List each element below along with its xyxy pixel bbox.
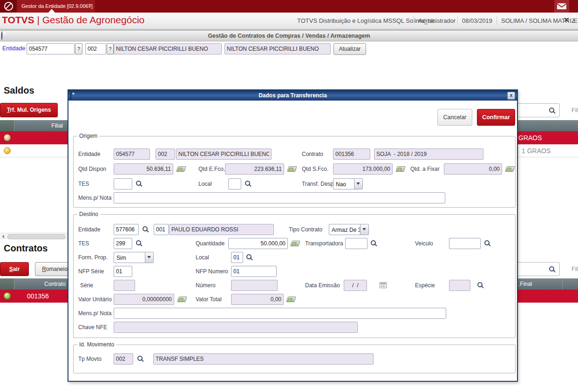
quantidade-input[interactable] xyxy=(228,238,288,249)
qtd-fixar-field xyxy=(444,163,502,175)
quantidade-label: Quantidade xyxy=(196,238,224,249)
origem-mens-input[interactable] xyxy=(114,192,445,203)
form-prop-select[interactable]: Sim xyxy=(114,252,154,263)
nfp-serie-input[interactable] xyxy=(114,266,132,277)
valor-total-label: Valor Total xyxy=(196,294,222,305)
entity-help-button[interactable]: ? xyxy=(75,43,82,54)
entidade-lookup-icon[interactable] xyxy=(143,226,148,231)
tp-movto-field[interactable] xyxy=(114,353,133,365)
origem-local-input[interactable] xyxy=(228,178,241,189)
contratos-search-icon[interactable] xyxy=(549,266,554,271)
origem-entidade-label: Entidade xyxy=(78,149,100,160)
destino-mens-input[interactable] xyxy=(114,308,446,319)
saldos-horizontal-scrollbar[interactable] xyxy=(0,233,68,239)
calculator-icon[interactable] xyxy=(286,297,296,302)
origem-local-label: Local xyxy=(198,178,212,189)
calendar-icon[interactable] xyxy=(380,282,387,288)
transportadora-label: Transportadora xyxy=(305,238,343,249)
origem-contrato-desc xyxy=(374,149,483,160)
movimento-legend: Id. Movimento xyxy=(77,341,116,348)
scroll-left-icon[interactable] xyxy=(2,235,4,238)
origem-entidade-nome xyxy=(176,149,272,160)
dialog-close-button[interactable]: x xyxy=(507,92,515,100)
contratos-header-contrato[interactable]: Contrato xyxy=(16,281,66,287)
nfp-numero-label: NFP Numero xyxy=(196,266,228,277)
mail-button[interactable] xyxy=(554,0,569,13)
contratos-header-final-fragment[interactable]: .Final xyxy=(518,281,532,287)
transf-despesa-value: Nao xyxy=(336,179,346,189)
brand-totvs: TOTVS xyxy=(2,14,34,25)
contratos-filter-fragment[interactable]: Fil xyxy=(571,265,578,272)
tab-close-icon[interactable]: × xyxy=(88,0,91,13)
refresh-button[interactable]: Atualizar xyxy=(333,43,366,55)
destino-mens-label: Mens.p/ Nota xyxy=(78,308,111,319)
qtd-efco-label: Qtd E.Fco. xyxy=(198,163,225,175)
tes-lookup-icon[interactable] xyxy=(136,181,141,186)
valor-unitario-label: Valor Unitário xyxy=(78,294,112,305)
destino-entidade-input[interactable] xyxy=(114,224,139,235)
tes-lookup-icon[interactable] xyxy=(136,240,141,245)
destino-local-label: Local xyxy=(196,252,209,263)
totvs-logo xyxy=(0,0,17,13)
chevron-down-icon[interactable] xyxy=(360,224,368,235)
status-dot-icon xyxy=(4,147,11,154)
calculator-icon[interactable] xyxy=(176,166,186,172)
trf-mul-origens-button[interactable]: Trf. Mul. Origens xyxy=(0,103,58,117)
origem-tes-label: TES xyxy=(78,178,89,189)
entity-code-input[interactable] xyxy=(27,43,75,54)
transf-despesa-select[interactable]: Nao xyxy=(333,178,363,189)
especie-lookup-icon[interactable] xyxy=(477,282,483,287)
dialog-title-bar[interactable]: Dados para Transferencia x xyxy=(68,90,517,101)
veiculo-input[interactable] xyxy=(449,238,481,249)
scrollbar-thumb[interactable] xyxy=(7,234,65,239)
valor-unitario-field xyxy=(114,294,174,305)
contract-number: 001356 xyxy=(27,292,49,300)
dialog-title: Dados para Transferencia xyxy=(68,92,517,99)
destino-loja-input[interactable] xyxy=(154,224,169,235)
brand-app-name: | Gestão de Agronegócio xyxy=(37,14,144,25)
calculator-icon[interactable] xyxy=(505,166,515,172)
transportadora-input[interactable] xyxy=(345,238,367,249)
confirm-button[interactable]: Confirmar xyxy=(477,109,515,126)
calculator-icon[interactable] xyxy=(287,166,297,172)
destino-nome-field xyxy=(169,224,274,235)
qtd-efco-field xyxy=(225,163,284,175)
nfp-serie-label: NFP Série xyxy=(78,266,104,277)
tp-movto-lookup-icon[interactable] xyxy=(137,356,143,361)
destino-tes-input[interactable] xyxy=(114,238,132,249)
qtd-fixar-label: Qtd. a Fixar xyxy=(410,163,440,175)
panel-title-bar: Gestão de Contratos de Compras / Vendas … xyxy=(0,31,578,41)
veiculo-lookup-icon[interactable] xyxy=(484,240,490,245)
chevron-down-icon[interactable] xyxy=(354,179,362,189)
origem-tes-input[interactable] xyxy=(114,178,132,189)
movimento-fieldset: Id. Movimento Tp Movto xyxy=(73,345,516,373)
calculator-icon[interactable] xyxy=(395,166,406,172)
saldos-filter-fragment[interactable]: Fil xyxy=(571,107,578,114)
saldos-header-filial[interactable]: Filial xyxy=(16,122,63,129)
contratos-heading: Contratos xyxy=(4,243,48,254)
entity-store-help-button[interactable]: ? xyxy=(107,43,114,54)
calculator-icon[interactable] xyxy=(177,297,187,302)
local-lookup-icon[interactable] xyxy=(245,181,250,186)
entity-store-input[interactable] xyxy=(85,43,106,54)
calculator-icon[interactable] xyxy=(290,241,300,246)
cancel-button[interactable]: Cancelar xyxy=(437,109,472,126)
qtd-sfco-field xyxy=(333,163,393,175)
local-lookup-icon[interactable] xyxy=(246,254,252,259)
transportadora-lookup-icon[interactable] xyxy=(371,240,376,245)
close-app-icon[interactable]: ✕ xyxy=(564,16,570,24)
window-tab[interactable]: Gestor da Entidade [02.9.0067] × xyxy=(17,0,95,13)
data-emissao-field[interactable] xyxy=(344,280,367,291)
tipo-contrato-select[interactable]: Armaz De 3 xyxy=(329,224,369,235)
saldos-search-icon[interactable] xyxy=(549,108,554,113)
chevron-down-icon[interactable] xyxy=(145,252,153,263)
saldos-header-status-col xyxy=(0,120,14,131)
origem-entidade-code xyxy=(114,149,150,160)
especie-field[interactable] xyxy=(449,280,470,291)
destino-local-input[interactable] xyxy=(231,252,243,263)
chave-nfe-label: Chave NFE xyxy=(78,322,107,333)
nfp-numero-input[interactable] xyxy=(231,266,277,277)
sair-button[interactable]: Sair xyxy=(0,262,29,276)
valor-total-field xyxy=(231,294,284,305)
user-label: Administrador xyxy=(418,17,456,25)
